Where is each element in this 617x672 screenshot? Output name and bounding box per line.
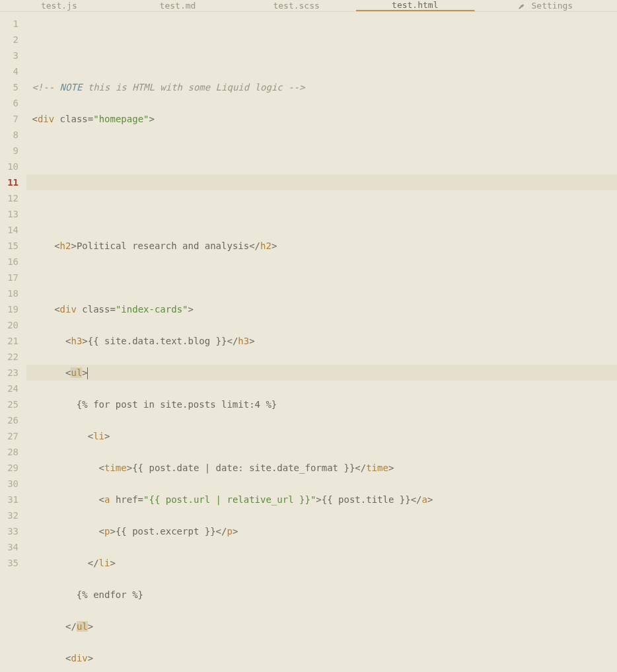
line-number[interactable]: 3 [0, 48, 26, 63]
line-number[interactable]: 27 [0, 428, 26, 444]
text-cursor [87, 367, 88, 379]
line-number[interactable]: 18 [0, 285, 26, 301]
tab-bar: test.js test.md test.scss test.html Sett… [0, 0, 617, 12]
line-number[interactable]: 21 [0, 333, 26, 349]
tools-icon [519, 2, 526, 10]
editor-area[interactable]: 1234567891011121314151617181920212223242… [0, 12, 617, 672]
code-content[interactable]: <!-- NOTE this is HTML with some Liquid … [26, 12, 617, 672]
line-number[interactable]: 22 [0, 349, 26, 365]
line-number[interactable]: 19 [0, 301, 26, 317]
line-number[interactable]: 35 [0, 555, 26, 571]
tab-test-html[interactable]: test.html [356, 0, 475, 11]
matching-tag-close: ul [77, 621, 88, 632]
line-number-gutter: 1234567891011121314151617181920212223242… [0, 12, 26, 672]
line-number[interactable]: 15 [0, 238, 26, 254]
line-number[interactable]: 4 [0, 63, 26, 79]
line-number[interactable]: 13 [0, 206, 26, 222]
line-number[interactable]: 17 [0, 270, 26, 285]
line-number[interactable]: 24 [0, 381, 26, 396]
line-number[interactable]: 11 [0, 174, 26, 190]
line-number[interactable]: 12 [0, 190, 26, 206]
line-number[interactable]: 14 [0, 222, 26, 238]
line-number[interactable]: 5 [0, 79, 26, 95]
line-number[interactable]: 30 [0, 476, 26, 492]
line-number[interactable]: 33 [0, 523, 26, 539]
line-number[interactable]: 28 [0, 444, 26, 460]
matching-tag-open: ul [71, 367, 82, 378]
line-number[interactable]: 2 [0, 32, 26, 48]
line-number[interactable]: 8 [0, 127, 26, 143]
line-number[interactable]: 6 [0, 95, 26, 111]
line-number[interactable]: 20 [0, 317, 26, 333]
line-number[interactable]: 34 [0, 539, 26, 555]
line-number[interactable]: 16 [0, 254, 26, 270]
tab-settings[interactable]: Settings [475, 0, 617, 11]
line-number[interactable]: 10 [0, 159, 26, 174]
tab-test-js[interactable]: test.js [0, 0, 119, 11]
line-number[interactable]: 31 [0, 492, 26, 507]
line-number[interactable]: 26 [0, 412, 26, 428]
line-number[interactable]: 1 [0, 16, 26, 32]
line-number[interactable]: 9 [0, 143, 26, 159]
line-number[interactable]: 32 [0, 507, 26, 523]
tab-test-md[interactable]: test.md [119, 0, 238, 11]
line-number[interactable]: 25 [0, 396, 26, 412]
line-number[interactable]: 7 [0, 111, 26, 127]
line-number[interactable]: 23 [0, 365, 26, 381]
line-number[interactable]: 29 [0, 460, 26, 476]
tab-test-scss[interactable]: test.scss [237, 0, 356, 11]
